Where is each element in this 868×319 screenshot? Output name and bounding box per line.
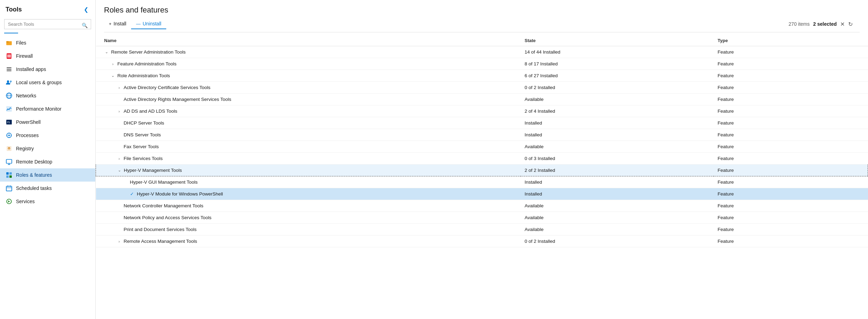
items-count: 270 items bbox=[789, 21, 810, 27]
row-name-cell: Network Controller Management Tools bbox=[96, 200, 521, 212]
sidebar-accent-bar bbox=[4, 33, 18, 33]
row-name-cell: ⌄Remote Server Administration Tools bbox=[96, 46, 521, 58]
expand-icon[interactable]: › bbox=[117, 86, 122, 90]
uninstall-label: Uninstall bbox=[143, 21, 161, 26]
svg-point-18 bbox=[8, 135, 10, 136]
svg-rect-32 bbox=[6, 186, 12, 191]
files-label: Files bbox=[16, 40, 90, 46]
row-name-text: Hyper-V Module for Windows PowerShell bbox=[137, 191, 223, 197]
row-state-cell: 0 of 2 Installed bbox=[521, 82, 714, 94]
table-row[interactable]: ⌄Hyper-V Management Tools2 of 2 Installe… bbox=[96, 165, 868, 176]
table-row[interactable]: Hyper-V GUI Management ToolsInstalledFea… bbox=[96, 176, 868, 188]
uninstall-button[interactable]: — Uninstall bbox=[131, 19, 166, 29]
roles-features-table: Name State Type ⌄Remote Server Administr… bbox=[96, 35, 868, 247]
row-state-cell: Installed bbox=[521, 188, 714, 200]
firewall-icon bbox=[6, 53, 13, 59]
table-row[interactable]: ›File Services Tools0 of 3 InstalledFeat… bbox=[96, 153, 868, 165]
install-button[interactable]: + Install bbox=[104, 19, 131, 29]
services-label: Services bbox=[16, 199, 90, 204]
sidebar-item-powershell[interactable]: PSPowerShell bbox=[0, 115, 95, 129]
sidebar-item-registry[interactable]: Registry bbox=[0, 142, 95, 155]
table-row[interactable]: ⌄Remote Server Administration Tools14 of… bbox=[96, 46, 868, 58]
table-row[interactable]: ›Feature Administration Tools8 of 17 Ins… bbox=[96, 58, 868, 70]
table-row[interactable]: ›Remote Access Management Tools0 of 2 In… bbox=[96, 236, 868, 247]
sidebar-item-services[interactable]: Services bbox=[0, 195, 95, 208]
sidebar: Tools ❮ 🔍 FilesFirewallInstalled appsLoc… bbox=[0, 0, 96, 319]
table-row[interactable]: ›AD DS and AD LDS Tools2 of 4 InstalledF… bbox=[96, 105, 868, 117]
row-type-cell: Feature bbox=[714, 200, 868, 212]
selected-count: 2 selected bbox=[813, 21, 837, 27]
row-name-cell: ⌄Hyper-V Management Tools bbox=[96, 165, 521, 176]
row-name-text: Remote Server Administration Tools bbox=[111, 49, 186, 55]
powershell-icon: PS bbox=[6, 119, 13, 126]
sidebar-item-files[interactable]: Files bbox=[0, 36, 95, 49]
svg-point-10 bbox=[10, 81, 12, 82]
row-name-text: Network Controller Management Tools bbox=[124, 203, 203, 208]
firewall-label: Firewall bbox=[16, 53, 90, 59]
row-state-cell: Available bbox=[521, 224, 714, 236]
row-state-cell: Installed bbox=[521, 117, 714, 129]
row-name-cell: ›Remote Access Management Tools bbox=[96, 236, 521, 247]
table-row[interactable]: ›Active Directory Certificate Services T… bbox=[96, 82, 868, 94]
table-row[interactable]: Print and Document Services ToolsAvailab… bbox=[96, 224, 868, 236]
table-row[interactable]: DHCP Server ToolsInstalledFeature bbox=[96, 117, 868, 129]
search-input[interactable] bbox=[4, 19, 91, 29]
scheduled-tasks-label: Scheduled tasks bbox=[16, 185, 90, 191]
no-expand-icon bbox=[117, 121, 122, 125]
svg-rect-1 bbox=[6, 41, 9, 42]
row-state-cell: 6 of 27 Installed bbox=[521, 70, 714, 82]
sidebar-item-firewall[interactable]: Firewall bbox=[0, 49, 95, 63]
col-state: State bbox=[521, 35, 714, 46]
row-state-cell: 2 of 4 Installed bbox=[521, 105, 714, 117]
sidebar-title: Tools bbox=[6, 6, 22, 13]
row-name-text: Active Directory Rights Management Servi… bbox=[124, 97, 232, 102]
sidebar-item-scheduled-tasks[interactable]: Scheduled tasks bbox=[0, 182, 95, 195]
local-users-label: Local users & groups bbox=[16, 80, 90, 85]
expand-icon[interactable]: › bbox=[117, 109, 122, 113]
no-expand-icon bbox=[117, 145, 122, 149]
collapse-icon[interactable]: ⌄ bbox=[117, 168, 122, 173]
table-row[interactable]: ✓Hyper-V Module for Windows PowerShellIn… bbox=[96, 188, 868, 200]
row-type-cell: Feature bbox=[714, 153, 868, 165]
sidebar-item-remote-desktop[interactable]: Remote Desktop bbox=[0, 155, 95, 168]
collapse-icon[interactable]: ⌄ bbox=[104, 50, 109, 54]
sidebar-item-installed-apps[interactable]: Installed apps bbox=[0, 63, 95, 76]
row-name-text: Print and Document Services Tools bbox=[124, 227, 197, 232]
col-type: Type bbox=[714, 35, 868, 46]
expand-icon[interactable]: › bbox=[111, 62, 115, 66]
sidebar-item-networks[interactable]: Networks bbox=[0, 89, 95, 102]
row-name-text: Remote Access Management Tools bbox=[124, 239, 197, 244]
row-name-text: AD DS and AD LDS Tools bbox=[124, 109, 177, 114]
clear-selection-icon[interactable]: ✕ bbox=[840, 21, 845, 27]
sidebar-item-performance-monitor[interactable]: Performance Monitor bbox=[0, 102, 95, 115]
row-name-text: Fax Server Tools bbox=[124, 144, 159, 149]
table-body: ⌄Remote Server Administration Tools14 of… bbox=[96, 46, 868, 247]
sidebar-item-roles-features[interactable]: Roles & features bbox=[0, 168, 95, 182]
table-row[interactable]: Fax Server ToolsAvailableFeature bbox=[96, 141, 868, 153]
sidebar-item-processes[interactable]: Processes bbox=[0, 129, 95, 142]
row-name-cell: Active Directory Rights Management Servi… bbox=[96, 94, 521, 105]
row-name-cell: ›File Services Tools bbox=[96, 153, 521, 165]
row-state-cell: Available bbox=[521, 141, 714, 153]
table-row[interactable]: ⌄Role Administration Tools6 of 27 Instal… bbox=[96, 70, 868, 82]
table-row[interactable]: DNS Server ToolsInstalledFeature bbox=[96, 129, 868, 141]
remote-desktop-label: Remote Desktop bbox=[16, 159, 90, 165]
sidebar-collapse-button[interactable]: ❮ bbox=[82, 5, 90, 14]
row-type-cell: Feature bbox=[714, 165, 868, 176]
expand-icon[interactable]: › bbox=[117, 239, 122, 244]
search-icon: 🔍 bbox=[82, 23, 88, 28]
table-row[interactable]: Network Policy and Access Services Tools… bbox=[96, 212, 868, 224]
table-row[interactable]: Network Controller Management ToolsAvail… bbox=[96, 200, 868, 212]
local-users-icon bbox=[6, 79, 13, 86]
expand-icon[interactable]: › bbox=[117, 157, 122, 161]
no-expand-icon bbox=[117, 228, 122, 232]
col-name: Name bbox=[96, 35, 521, 46]
networks-icon bbox=[6, 92, 13, 99]
sidebar-item-local-users[interactable]: Local users & groups bbox=[0, 76, 95, 89]
plus-icon: + bbox=[109, 21, 112, 26]
refresh-icon[interactable]: ↻ bbox=[848, 21, 853, 27]
table-row[interactable]: Active Directory Rights Management Servi… bbox=[96, 94, 868, 105]
collapse-icon[interactable]: ⌄ bbox=[111, 73, 115, 78]
row-type-cell: Feature bbox=[714, 82, 868, 94]
svg-rect-8 bbox=[7, 70, 11, 71]
